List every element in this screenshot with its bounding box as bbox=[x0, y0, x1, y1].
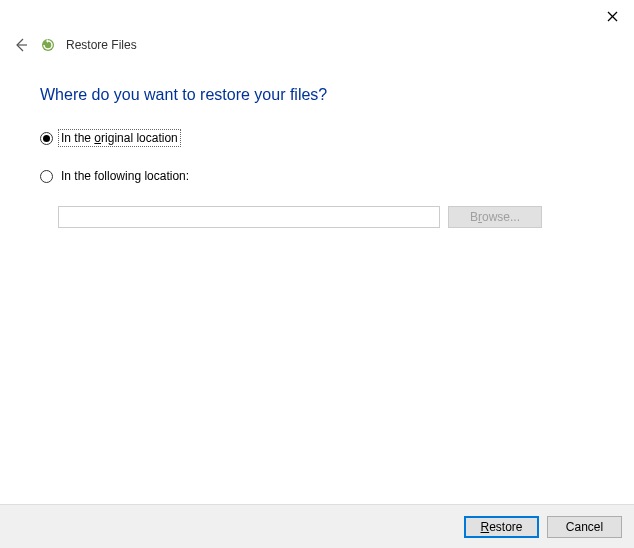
back-arrow-button[interactable] bbox=[12, 36, 30, 54]
window-title: Restore Files bbox=[66, 38, 137, 52]
radio-original-input[interactable] bbox=[40, 132, 53, 145]
restore-files-icon bbox=[40, 37, 56, 53]
titlebar bbox=[0, 0, 634, 30]
close-button[interactable] bbox=[600, 6, 624, 26]
path-row: Browse... bbox=[58, 206, 594, 228]
page-heading: Where do you want to restore your files? bbox=[40, 86, 594, 104]
radio-original-label: In the original location bbox=[59, 130, 180, 146]
radio-following-input[interactable] bbox=[40, 170, 53, 183]
header: Restore Files bbox=[0, 30, 634, 70]
footer: Restore Cancel bbox=[0, 504, 634, 548]
radio-following-label: In the following location: bbox=[59, 168, 191, 184]
restore-button[interactable]: Restore bbox=[464, 516, 539, 538]
restore-path-input[interactable] bbox=[58, 206, 440, 228]
content-area: Where do you want to restore your files?… bbox=[0, 70, 634, 228]
radio-option-original[interactable]: In the original location bbox=[40, 130, 594, 146]
radio-option-following[interactable]: In the following location: bbox=[40, 168, 594, 184]
cancel-button[interactable]: Cancel bbox=[547, 516, 622, 538]
browse-button: Browse... bbox=[448, 206, 542, 228]
